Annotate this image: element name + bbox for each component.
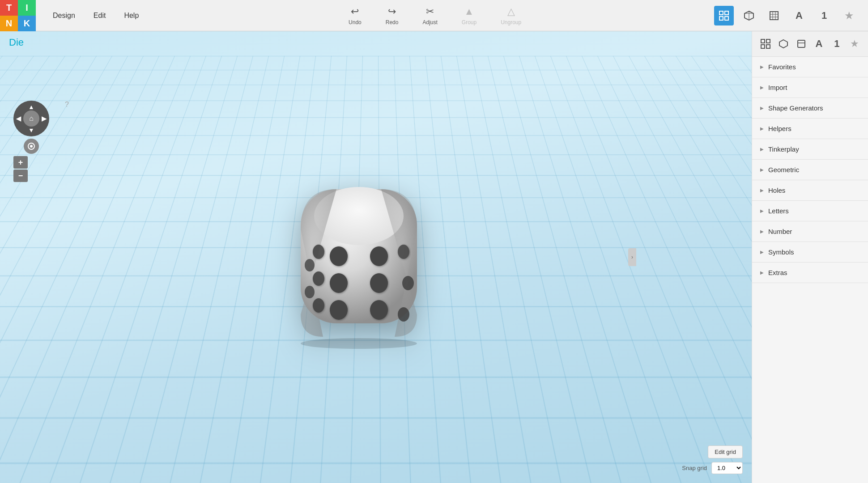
compass-home[interactable]: ⌂ <box>23 110 39 127</box>
section-tinkerplay-header[interactable]: ▶ Tinkerplay <box>752 139 868 159</box>
compass-ring[interactable]: ▲ ▼ ◀ ▶ ⌂ <box>13 101 49 136</box>
toolbar-center: ↩ Undo ↪ Redo ✂ Adjust ▲ Group △ Ungroup <box>156 3 714 28</box>
star-button[interactable]: ★ <box>839 6 859 25</box>
zoom-out-button[interactable]: − <box>13 169 28 182</box>
number-view-button[interactable]: 1 <box>814 6 834 25</box>
section-extras: ▶ Extras <box>752 263 868 283</box>
group-button[interactable]: ▲ Group <box>456 3 482 28</box>
logo-n: N <box>0 16 18 31</box>
undo-label: Undo <box>349 19 362 25</box>
section-shape-generators: ▶ Shape Generators <box>752 98 868 119</box>
section-helpers-header[interactable]: ▶ Helpers <box>752 119 868 139</box>
favorites-arrow: ▶ <box>760 64 764 69</box>
sidebar-number-icon[interactable]: 1 <box>830 36 844 52</box>
project-title[interactable]: Die <box>9 37 24 48</box>
svg-point-27 <box>398 245 409 259</box>
logo-t: T <box>0 0 18 16</box>
section-import-header[interactable]: ▶ Import <box>752 77 868 97</box>
section-symbols-header[interactable]: ▶ Symbols <box>752 242 868 262</box>
tinkerplay-arrow: ▶ <box>760 147 764 152</box>
nav-edit[interactable]: Edit <box>85 8 114 23</box>
svg-point-23 <box>313 271 324 286</box>
sidebar-collapse-handle[interactable]: › <box>628 248 636 266</box>
undo-button[interactable]: ↩ Undo <box>343 3 367 28</box>
ungroup-icon: △ <box>507 6 515 17</box>
sidebar-3d-icon[interactable] <box>776 36 791 52</box>
svg-rect-2 <box>719 17 723 20</box>
adjust-icon: ✂ <box>426 6 434 17</box>
svg-point-19 <box>370 246 388 266</box>
bottom-controls: Edit grid Snap grid 1.0 0.5 0.25 2.0 <box>682 445 743 474</box>
logo-i: I <box>18 0 36 16</box>
view-reset-button[interactable] <box>24 139 39 154</box>
svg-point-17 <box>330 273 348 293</box>
sidebar-grid-icon[interactable] <box>758 36 773 52</box>
svg-rect-1 <box>725 11 728 15</box>
extras-label: Extras <box>768 269 787 276</box>
redo-label: Redo <box>386 19 399 25</box>
svg-rect-32 <box>766 39 770 43</box>
svg-rect-31 <box>761 39 765 43</box>
ungroup-button[interactable]: △ Ungroup <box>495 3 527 28</box>
nav-down-arrow[interactable]: ▼ <box>28 127 34 134</box>
number-label: 1 <box>821 10 827 21</box>
grid-view-button[interactable] <box>714 6 734 25</box>
3d-view-button[interactable] <box>739 6 759 25</box>
edit-grid-button[interactable]: Edit grid <box>708 445 743 458</box>
svg-point-13 <box>30 145 33 148</box>
section-geometric-header[interactable]: ▶ Geometric <box>752 160 868 180</box>
sidebar-box-icon[interactable] <box>794 36 808 52</box>
sidebar-star-icon[interactable]: ★ <box>847 36 862 52</box>
sidebar: A 1 ★ ▶ Favorites ▶ Import ▶ Shape Gener… <box>752 31 868 483</box>
main-area: Die ? ▲ ▼ ◀ ▶ ⌂ + − <box>0 31 868 483</box>
sidebar-text-icon[interactable]: A <box>812 36 826 52</box>
section-tinkerplay: ▶ Tinkerplay <box>752 139 868 160</box>
extras-arrow: ▶ <box>760 270 764 275</box>
section-shape-generators-header[interactable]: ▶ Shape Generators <box>752 98 868 118</box>
svg-point-18 <box>330 300 348 320</box>
nav-control: ▲ ▼ ◀ ▶ ⌂ + − <box>13 101 49 182</box>
svg-point-30 <box>301 338 417 349</box>
symbols-arrow: ▶ <box>760 250 764 254</box>
section-number: ▶ Number <box>752 221 868 242</box>
toolbar-right: A 1 ★ <box>714 6 868 25</box>
svg-rect-36 <box>798 40 805 47</box>
import-arrow: ▶ <box>760 85 764 90</box>
nav-up-arrow[interactable]: ▲ <box>28 103 34 110</box>
svg-rect-33 <box>761 45 765 48</box>
redo-button[interactable]: ↪ Redo <box>380 3 404 28</box>
redo-icon: ↪ <box>388 6 396 17</box>
group-label: Group <box>462 19 477 25</box>
star-icon: ★ <box>844 9 854 22</box>
logo-k: K <box>18 16 36 31</box>
nav-help[interactable]: Help <box>116 8 147 23</box>
svg-rect-7 <box>770 12 778 20</box>
text-view-button[interactable]: A <box>789 6 809 25</box>
section-letters-header[interactable]: ▶ Letters <box>752 201 868 221</box>
section-favorites: ▶ Favorites <box>752 57 868 77</box>
section-number-header[interactable]: ▶ Number <box>752 221 868 242</box>
svg-point-20 <box>370 273 388 293</box>
svg-point-28 <box>402 276 414 290</box>
box-view-button[interactable] <box>764 6 784 25</box>
help-icon: ? <box>65 101 69 109</box>
nav-left-arrow[interactable]: ◀ <box>16 115 21 122</box>
svg-point-22 <box>313 245 324 259</box>
snap-grid-select[interactable]: 1.0 0.5 0.25 2.0 <box>711 462 743 474</box>
section-holes-header[interactable]: ▶ Holes <box>752 180 868 200</box>
canvas-area[interactable]: Die ? ▲ ▼ ◀ ▶ ⌂ + − <box>0 31 752 483</box>
nav-design[interactable]: Design <box>45 8 83 23</box>
section-favorites-header[interactable]: ▶ Favorites <box>752 57 868 77</box>
letters-label: Letters <box>768 207 789 215</box>
reset-icon <box>27 142 35 150</box>
nav-right-arrow[interactable]: ▶ <box>42 115 47 122</box>
svg-rect-3 <box>725 17 728 20</box>
adjust-button[interactable]: ✂ Adjust <box>417 3 443 28</box>
svg-marker-35 <box>779 40 787 48</box>
section-helpers: ▶ Helpers <box>752 119 868 139</box>
zoom-in-button[interactable]: + <box>13 156 28 169</box>
number-section-label: Number <box>768 228 792 235</box>
section-extras-header[interactable]: ▶ Extras <box>752 263 868 283</box>
svg-point-25 <box>305 259 315 271</box>
letters-arrow: ▶ <box>760 208 764 213</box>
